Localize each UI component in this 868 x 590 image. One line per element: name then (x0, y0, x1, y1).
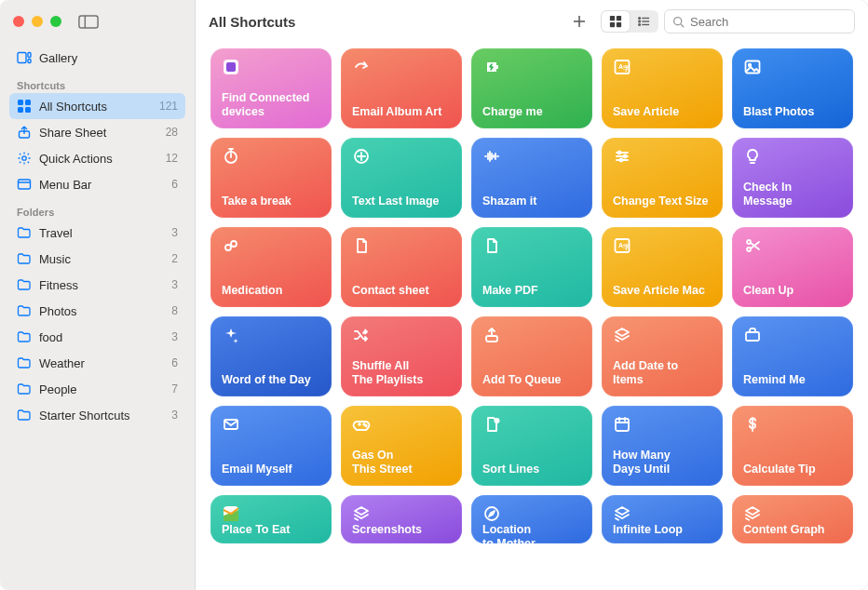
shortcut-tile[interactable]: Text Last Image (341, 138, 462, 218)
shortcut-tile-label: Locationto Mother (482, 523, 581, 543)
shortcut-tile[interactable]: Sort Lines (471, 406, 592, 486)
shortcut-tile[interactable]: Word of the Day (210, 316, 332, 396)
shortcut-grid: Find Connected devices Email Album Art C… (196, 43, 868, 590)
app-icon (222, 58, 240, 76)
shortcut-tile[interactable]: Remind Me (732, 316, 853, 396)
shortcut-tile[interactable]: Medication (210, 227, 332, 307)
zoom-window-button[interactable] (50, 16, 61, 27)
folder-icon (17, 382, 32, 396)
search-field[interactable] (664, 9, 855, 34)
sidebar-item-label: Menu Bar (39, 178, 91, 192)
sidebar-section-header: Shortcuts (9, 71, 185, 93)
sidebar-item-label: Music (39, 252, 71, 266)
shortcut-tile-label: Clean Up (743, 284, 842, 298)
shortcut-tile[interactable]: Gas OnThis Street (341, 406, 462, 486)
sparkle-icon (222, 326, 240, 344)
svg-point-50 (365, 425, 367, 427)
shortcut-tile[interactable]: Email Myself (210, 406, 332, 486)
compass-icon (482, 504, 501, 523)
sidebar-item-count: 3 (171, 330, 178, 343)
folder-icon (17, 225, 32, 240)
shortcut-tile-label: Find Connected devices (222, 91, 320, 119)
shortcut-tile[interactable]: A字 Save Article Mac (602, 227, 723, 307)
shortcut-tile[interactable]: Content Graph (732, 495, 853, 543)
list-view-button[interactable] (630, 11, 658, 32)
shortcut-tile[interactable]: Charge me (471, 48, 592, 128)
toggle-sidebar-button[interactable] (78, 15, 99, 29)
sidebar-item-count: 3 (171, 409, 178, 422)
shortcut-tile[interactable]: Shazam it (471, 138, 592, 218)
sidebar-item-count: 8 (171, 304, 178, 317)
search-input[interactable] (690, 15, 847, 29)
shortcut-tile[interactable]: Email Album Art (341, 48, 462, 128)
sidebar-item-menu-bar[interactable]: Menu Bar 6 (9, 171, 185, 197)
folder-icon (17, 303, 32, 318)
shortcut-tile[interactable]: Find Connected devices (210, 48, 332, 128)
shortcut-tile[interactable]: Blast Photos (732, 48, 853, 128)
svg-rect-47 (746, 332, 759, 341)
shortcut-tile[interactable]: Add To Queue (471, 316, 592, 396)
new-shortcut-button[interactable] (563, 9, 595, 34)
svg-rect-3 (28, 53, 31, 58)
sidebar-item-starter-shortcuts[interactable]: Starter Shortcuts 3 (9, 402, 185, 428)
svg-point-36 (618, 152, 621, 154)
sidebar-item-label: Gallery (39, 51, 77, 65)
shortcut-tile[interactable]: Shuffle AllThe Playlists (341, 316, 462, 396)
sidebar-item-gallery[interactable]: Gallery (9, 45, 185, 71)
sidebar-item-count: 6 (171, 178, 178, 191)
sidebar-item-quick-actions[interactable]: Quick Actions 12 (9, 145, 185, 171)
folder-icon (17, 408, 32, 422)
svg-text:字: 字 (623, 243, 630, 251)
sidebar: Gallery Shortcuts All Shortcuts 121 Shar… (0, 0, 196, 590)
shortcut-tile[interactable]: How ManyDays Until (602, 406, 723, 486)
shortcut-tile-label: Place To Eat (222, 523, 320, 537)
shortcut-tile-label: Text Last Image (352, 194, 451, 208)
traffic-lights (13, 16, 61, 27)
shortcut-tile[interactable]: Make PDF (471, 227, 592, 307)
shortcut-tile[interactable]: Clean Up (732, 227, 853, 307)
sidebar-item-fitness[interactable]: Fitness 3 (9, 272, 185, 298)
menubar-icon (17, 177, 32, 192)
shortcut-tile-label: Word of the Day (222, 373, 320, 387)
sidebar-item-weather[interactable]: Weather 6 (9, 350, 185, 376)
shortcut-tile[interactable]: A字 Save Article (602, 48, 723, 128)
svg-text:字: 字 (623, 64, 630, 73)
shortcut-tile[interactable]: Screenshots (341, 495, 462, 543)
svg-point-25 (674, 17, 682, 24)
svg-rect-0 (79, 16, 98, 28)
shortcut-tile[interactable]: Contact sheet (341, 227, 462, 307)
sidebar-item-all-shortcuts[interactable]: All Shortcuts 121 (9, 93, 185, 119)
sidebar-item-travel[interactable]: Travel 3 (9, 220, 185, 246)
shortcut-tile[interactable]: Check In Message (732, 138, 853, 218)
shortcut-tile[interactable]: Take a break (210, 138, 332, 218)
close-window-button[interactable] (13, 16, 24, 27)
shortcut-tile[interactable]: Locationto Mother (471, 495, 592, 543)
shortcut-tile[interactable]: Add Date to Items (602, 316, 723, 396)
shortcut-tile-label: Infinite Loop (613, 523, 712, 537)
sidebar-item-photos[interactable]: Photos 8 (9, 298, 185, 324)
sidebar-item-count: 7 (171, 382, 178, 396)
shortcut-tile[interactable]: Change Text Size (602, 138, 723, 218)
shortcut-tile-label: Save Article Mac (613, 284, 712, 298)
sidebar-item-label: All Shortcuts (39, 100, 107, 114)
shortcut-tile-label: Sort Lines (482, 463, 581, 476)
minimize-window-button[interactable] (32, 16, 43, 27)
game-icon (352, 415, 371, 434)
sidebar-item-label: Weather (39, 356, 85, 370)
svg-point-19 (639, 18, 641, 20)
upload-icon (482, 326, 501, 344)
sidebar-item-food[interactable]: food 3 (9, 324, 185, 350)
sidebar-item-music[interactable]: Music 2 (9, 246, 185, 272)
shortcut-tile[interactable]: Place To Eat (210, 495, 332, 543)
shortcut-tile-label: Content Graph (743, 523, 842, 537)
shortcut-tile[interactable]: Calculate Tip (732, 406, 853, 486)
sidebar-item-count: 2 (171, 252, 178, 265)
sidebar-item-share-sheet[interactable]: Share Sheet 28 (9, 119, 185, 145)
share-icon (17, 125, 32, 140)
sidebar-item-people[interactable]: People 7 (9, 376, 185, 402)
shortcut-tile[interactable]: Infinite Loop (602, 495, 723, 543)
grid-view-button[interactable] (602, 11, 630, 32)
doc-icon (482, 236, 501, 255)
sidebar-item-count: 6 (171, 356, 178, 369)
shortcut-tile-label: Check In Message (743, 181, 842, 208)
